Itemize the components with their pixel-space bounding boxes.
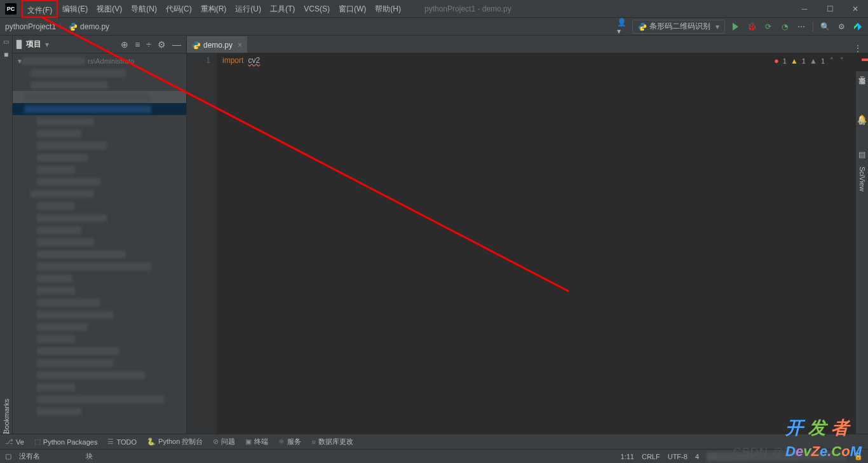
tree-row[interactable] bbox=[13, 405, 186, 417]
tree-row[interactable] bbox=[13, 321, 186, 333]
window-close-icon[interactable]: ✕ bbox=[843, 0, 868, 18]
tree-row[interactable] bbox=[13, 224, 186, 236]
python-file-icon bbox=[192, 41, 201, 50]
user-icon[interactable]: 👤▾ bbox=[617, 22, 627, 32]
tree-row[interactable] bbox=[13, 127, 186, 139]
menu-window[interactable]: 窗口(W) bbox=[334, 0, 370, 18]
breadcrumb-file[interactable]: demo.py bbox=[80, 22, 109, 31]
database-icon[interactable]: ≡ bbox=[860, 74, 864, 83]
services-tool[interactable]: ⚛服务 bbox=[278, 437, 301, 446]
problems-tool[interactable]: ⊘问题 bbox=[213, 437, 235, 446]
todo-tool[interactable]: ☰TODO bbox=[107, 438, 137, 446]
search-icon[interactable]: 🔍 bbox=[820, 22, 830, 32]
run-with-coverage-button[interactable]: ⟳ bbox=[763, 22, 773, 32]
breadcrumb-project[interactable]: pythonProject1 bbox=[5, 22, 56, 31]
menu-refactor[interactable]: 重构(R) bbox=[196, 0, 231, 18]
menu-file[interactable]: 文件(F) bbox=[22, 0, 58, 18]
project-header-label[interactable]: 项目 bbox=[26, 39, 41, 50]
menu-tools[interactable]: 工具(T) bbox=[266, 0, 299, 18]
run-button[interactable] bbox=[730, 22, 740, 32]
tree-row[interactable] bbox=[13, 381, 186, 393]
tree-row[interactable] bbox=[13, 296, 186, 308]
tree-row[interactable] bbox=[13, 115, 186, 127]
run-configuration-selector[interactable]: 条形码二维码识别 ▾ bbox=[632, 20, 725, 34]
tree-row[interactable] bbox=[13, 248, 186, 260]
window-minimize-icon[interactable]: ─ bbox=[792, 0, 817, 18]
tree-row[interactable] bbox=[13, 67, 186, 79]
tree-row[interactable] bbox=[13, 139, 186, 151]
python-icon bbox=[638, 22, 647, 31]
breadcrumb[interactable]: pythonProject1 〉 demo.py bbox=[5, 21, 109, 32]
tree-row[interactable] bbox=[13, 163, 186, 176]
menu-view[interactable]: 视图(V) bbox=[92, 0, 126, 18]
python-console-tool[interactable]: 🐍Python 控制台 bbox=[147, 437, 203, 446]
editor-tab-demo[interactable]: demo.py × bbox=[187, 36, 247, 53]
version-control-tool[interactable]: ⎇Ve bbox=[5, 438, 24, 446]
tree-row[interactable] bbox=[13, 236, 186, 248]
tree-row[interactable] bbox=[13, 393, 186, 405]
tree-row[interactable] bbox=[13, 272, 186, 284]
tree-row[interactable]: ▾ rs\Administrato bbox=[13, 55, 186, 67]
jetbrains-space-icon[interactable] bbox=[853, 22, 863, 32]
debug-button[interactable]: 🐞 bbox=[747, 22, 757, 32]
project-tool-icon[interactable]: ▭ bbox=[3, 38, 9, 45]
tree-row[interactable] bbox=[13, 91, 186, 103]
database-tool[interactable]: 数据库 bbox=[857, 86, 867, 94]
tree-row[interactable] bbox=[13, 369, 186, 381]
tree-row[interactable] bbox=[13, 345, 186, 357]
python-packages-tool[interactable]: ⬚Python Packages bbox=[34, 438, 98, 446]
terminal-tool[interactable]: ▣终端 bbox=[245, 437, 268, 446]
expand-all-icon[interactable]: ≡ bbox=[133, 39, 141, 50]
tree-row[interactable] bbox=[13, 212, 186, 224]
database-changes-tool[interactable]: ≡数据库更改 bbox=[311, 437, 353, 446]
tree-row[interactable] bbox=[13, 308, 186, 321]
window-maximize-icon[interactable]: ☐ bbox=[817, 0, 843, 18]
menu-navigate[interactable]: 导航(N) bbox=[126, 0, 161, 18]
sciview-icon[interactable]: ▤ bbox=[858, 150, 865, 159]
error-stripe-mark[interactable] bbox=[862, 59, 868, 61]
inspection-widget[interactable]: ●1 ▲1 ▲1 ˄ ˅ bbox=[774, 56, 845, 66]
sciview-tool[interactable]: SciView bbox=[858, 163, 866, 195]
tree-row[interactable] bbox=[13, 176, 186, 188]
tree-row[interactable] bbox=[13, 79, 186, 91]
status-block: 块 bbox=[86, 452, 93, 461]
menu-help[interactable]: 帮助(H) bbox=[370, 0, 405, 18]
tree-row[interactable] bbox=[13, 151, 186, 163]
tool-windows-icon[interactable]: ▢ bbox=[5, 452, 11, 460]
file-encoding[interactable]: UTF-8 bbox=[668, 453, 688, 460]
settings-icon[interactable]: ⚙ bbox=[156, 39, 167, 50]
line-ending[interactable]: CRLF bbox=[642, 453, 660, 460]
tree-row[interactable] bbox=[13, 357, 186, 369]
tree-row[interactable] bbox=[13, 200, 186, 212]
menu-run[interactable]: 运行(U) bbox=[231, 0, 266, 18]
menu-vcs[interactable]: VCS(S) bbox=[299, 0, 334, 18]
bell-icon[interactable]: 🔔 bbox=[857, 114, 867, 123]
locate-icon[interactable]: ⊕ bbox=[119, 39, 130, 50]
tree-row-selected[interactable] bbox=[13, 103, 186, 115]
prev-highlight-icon[interactable]: ˄ bbox=[829, 57, 835, 65]
indent-size[interactable]: 4 bbox=[695, 453, 699, 460]
code-content[interactable]: import cv2 ●1 ▲1 ▲1 ˄ ˅ bbox=[217, 53, 868, 449]
profile-button[interactable]: ◔ bbox=[780, 22, 790, 32]
caret-position[interactable]: 1:11 bbox=[621, 453, 634, 460]
notifications-tool[interactable]: 通知 bbox=[857, 127, 867, 135]
tab-close-icon[interactable]: × bbox=[238, 41, 242, 50]
menu-bar: PC 文件(F) 编辑(E) 视图(V) 导航(N) 代码(C) 重构(R) 运… bbox=[0, 0, 868, 18]
tree-row[interactable] bbox=[13, 188, 186, 200]
project-tree[interactable]: ▾ rs\Administrato bbox=[13, 53, 186, 449]
attach-button[interactable]: ⋯ bbox=[796, 22, 806, 32]
commit-tool-icon[interactable]: ■ bbox=[4, 50, 8, 59]
tab-options-icon[interactable]: ⋮ bbox=[848, 44, 868, 53]
menu-edit[interactable]: 编辑(E) bbox=[58, 0, 92, 18]
chevron-down-icon[interactable]: ▾ bbox=[45, 40, 49, 49]
tree-row[interactable] bbox=[13, 284, 186, 296]
menu-code[interactable]: 代码(C) bbox=[161, 0, 196, 18]
code-editor[interactable]: 1 import cv2 ●1 ▲1 ▲1 ˄ ˅ bbox=[187, 53, 868, 449]
bookmarks-tool[interactable]: Bookmarks bbox=[3, 395, 10, 438]
tree-row[interactable] bbox=[13, 260, 186, 272]
collapse-all-icon[interactable]: ÷ bbox=[145, 39, 153, 50]
hide-icon[interactable]: — bbox=[171, 39, 182, 50]
tree-row[interactable] bbox=[13, 333, 186, 345]
next-highlight-icon[interactable]: ˅ bbox=[839, 57, 845, 65]
settings-icon[interactable]: ⚙ bbox=[836, 22, 846, 32]
